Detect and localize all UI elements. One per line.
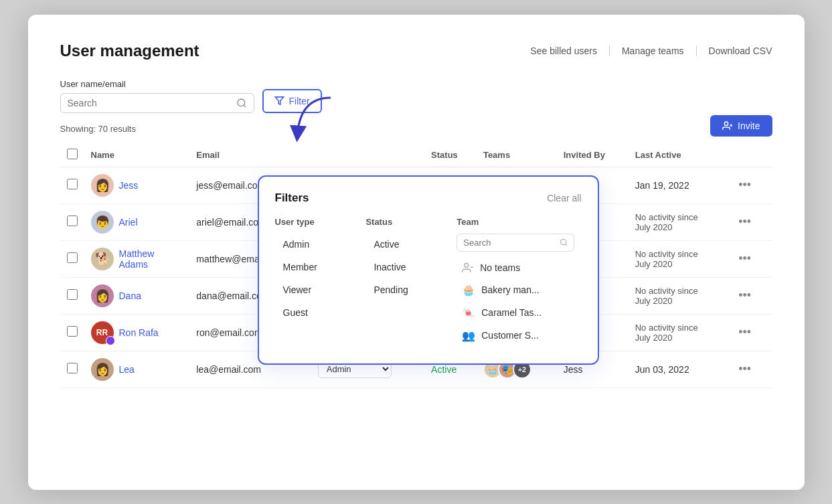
col-role: [311, 143, 424, 167]
avatar: 👩: [91, 284, 114, 307]
svg-marker-2: [275, 97, 284, 104]
svg-point-10: [465, 263, 469, 267]
no-teams-label: No teams: [480, 262, 520, 273]
col-last-active: Last Active: [629, 143, 728, 167]
filter-col-user-type: User type Admin Member Viewer Guest: [275, 217, 366, 347]
status-label: Status: [365, 217, 450, 227]
filter-option-admin[interactable]: Admin: [275, 234, 359, 255]
avatar: RR: [91, 321, 114, 344]
col-email: Email: [189, 143, 311, 167]
user-last-active: No activity sinceJuly 2020: [629, 314, 728, 351]
user-link[interactable]: Lea: [119, 364, 135, 375]
row-checkbox[interactable]: [67, 252, 78, 263]
filter-option-inactive[interactable]: Inactive: [365, 256, 450, 278]
filter-option-caramel[interactable]: 🍬 Caramel Tas...: [456, 302, 574, 324]
filter-columns: User type Admin Member Viewer Guest Stat…: [275, 217, 582, 347]
user-last-active: Jan 19, 2022: [629, 167, 728, 203]
user-name-cell: 🐕 MatthewAdams: [91, 248, 183, 270]
col-teams: Teams: [477, 143, 557, 167]
filter-option-viewer[interactable]: Viewer: [275, 279, 359, 301]
row-checkbox[interactable]: [67, 326, 78, 337]
svg-point-8: [561, 239, 566, 244]
search-icon: [236, 98, 247, 108]
filter-option-bakery[interactable]: 🧁 Bakery man...: [456, 279, 574, 301]
bakery-label: Bakery man...: [481, 284, 539, 295]
results-count: Showing: 70 results: [60, 124, 772, 134]
filter-col-status: Status Active Inactive Pending: [365, 217, 456, 347]
user-name-cell: 👩 Lea: [91, 358, 183, 381]
user-last-active: No activity sinceJuly 2020: [629, 277, 728, 314]
clear-all-button[interactable]: Clear all: [547, 193, 581, 203]
main-window: User management See billed users Manage …: [28, 15, 805, 490]
more-options-button[interactable]: •••: [734, 361, 755, 377]
filter-btn-label: Filter: [289, 96, 310, 106]
select-all-checkbox[interactable]: [67, 149, 78, 159]
filter-option-guest[interactable]: Guest: [275, 302, 359, 323]
avatar-badge: [106, 336, 115, 345]
table-header-row: Name Email Status Teams Invited By Last …: [60, 143, 772, 167]
row-checkbox[interactable]: [67, 289, 78, 300]
bakery-emoji: 🧁: [462, 284, 475, 297]
avatar: 🐕: [91, 248, 114, 270]
download-csv-link[interactable]: Download CSV: [709, 46, 772, 56]
avatar: 👦: [91, 211, 114, 234]
team-search-box: [456, 234, 574, 252]
customer-emoji: 👥: [462, 329, 475, 342]
svg-line-1: [244, 105, 246, 107]
user-name-cell: RR Ron Rafa: [91, 321, 183, 344]
page-header: User management See billed users Manage …: [60, 41, 772, 60]
row-checkbox[interactable]: [67, 179, 78, 189]
invite-button[interactable]: Invite: [710, 115, 772, 137]
filter-option-no-teams[interactable]: No teams: [456, 257, 574, 278]
manage-teams-link[interactable]: Manage teams: [622, 46, 684, 56]
row-checkbox[interactable]: [67, 363, 78, 373]
more-options-button[interactable]: •••: [734, 287, 755, 304]
svg-point-3: [724, 122, 728, 125]
team-label: Team: [456, 217, 574, 227]
user-name-cell: 👩 Jess: [91, 174, 183, 197]
user-link[interactable]: Ariel: [119, 217, 138, 228]
filter-col-team: Team No teams: [456, 217, 581, 347]
filter-option-pending[interactable]: Pending: [365, 279, 450, 301]
caramel-label: Caramel Tas...: [481, 307, 542, 318]
col-invited-by: Invited By: [557, 143, 629, 167]
more-options-button[interactable]: •••: [734, 177, 755, 193]
user-name-cell: 👦 Ariel: [91, 211, 183, 234]
filter-panel-title: Filters: [275, 191, 309, 205]
avatar: 👩: [91, 174, 114, 197]
more-options-button[interactable]: •••: [734, 250, 755, 267]
col-name: Name: [84, 143, 190, 167]
more-options-button[interactable]: •••: [734, 324, 755, 341]
filter-icon: [274, 96, 284, 106]
user-type-label: User type: [275, 217, 359, 227]
header-divider: [609, 46, 610, 56]
toolbar: User name/email Filter: [60, 79, 772, 113]
user-link[interactable]: Dana: [119, 290, 141, 301]
more-options-button[interactable]: •••: [734, 214, 755, 230]
table-wrap: Invite Name Email Status Teams Invited B…: [60, 143, 772, 388]
search-input[interactable]: [68, 98, 232, 108]
team-search-input[interactable]: [463, 238, 556, 248]
row-checkbox[interactable]: [67, 216, 78, 226]
see-billed-users-link[interactable]: See billed users: [530, 46, 597, 56]
user-link[interactable]: MatthewAdams: [119, 248, 155, 270]
search-wrapper: User name/email: [60, 79, 254, 113]
filter-button[interactable]: Filter: [262, 89, 322, 113]
team-search-icon: [560, 238, 568, 247]
search-field-label: User name/email: [60, 79, 254, 89]
user-link[interactable]: Jess: [119, 180, 139, 191]
user-link[interactable]: Ron Rafa: [119, 327, 159, 338]
filter-option-customer[interactable]: 👥 Customer S...: [456, 325, 574, 347]
user-last-active: No activity sinceJuly 2020: [629, 203, 728, 240]
page-title: User management: [60, 41, 199, 60]
invite-icon: [722, 120, 733, 131]
user-last-active: No activity sinceJuly 2020: [629, 240, 728, 277]
customer-label: Customer S...: [481, 330, 539, 341]
caramel-emoji: 🍬: [462, 307, 475, 319]
no-teams-icon: [462, 262, 474, 274]
filter-panel: Filters Clear all User type Admin Member…: [258, 175, 599, 365]
col-status: Status: [424, 143, 477, 167]
filter-option-active[interactable]: Active: [365, 234, 450, 255]
header-actions: See billed users Manage teams Download C…: [530, 46, 772, 56]
filter-option-member[interactable]: Member: [275, 256, 359, 278]
